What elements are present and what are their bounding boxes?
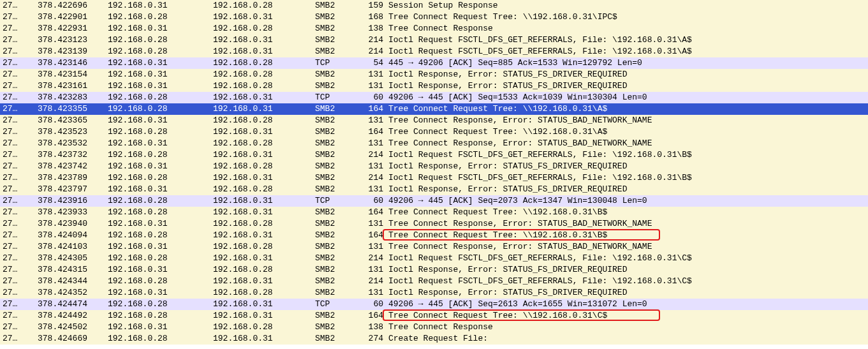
packet-row[interactable]: 27…378.424352192.168.0.31192.168.0.28SMB… xyxy=(0,287,868,299)
packet-no: 27… xyxy=(0,103,35,115)
packet-row[interactable]: 27…378.423732192.168.0.28192.168.0.31SMB… xyxy=(0,149,868,161)
packet-src: 192.168.0.28 xyxy=(105,299,210,310)
packet-proto: SMB2 xyxy=(313,23,357,34)
packet-info: Ioctl Response, Error: STATUS_FS_DRIVER_… xyxy=(386,69,868,80)
packet-row[interactable]: 27…378.422696192.168.0.31192.168.0.28SMB… xyxy=(0,0,868,11)
packet-row[interactable]: 27…378.424315192.168.0.31192.168.0.28SMB… xyxy=(0,264,868,276)
packet-no: 27… xyxy=(0,149,35,161)
packet-info: Ioctl Response, Error: STATUS_FS_DRIVER_… xyxy=(386,184,868,195)
packet-time: 378.422931 xyxy=(35,23,105,34)
packet-dst: 192.168.0.31 xyxy=(210,34,313,46)
packet-dst: 192.168.0.31 xyxy=(210,172,313,184)
packet-info: Tree Connect Response xyxy=(386,322,868,333)
packet-src: 192.168.0.28 xyxy=(105,34,210,46)
packet-time: 378.423732 xyxy=(35,149,105,161)
packet-row[interactable]: 27…378.422901192.168.0.28192.168.0.31SMB… xyxy=(0,11,868,23)
packet-info: Ioctl Request FSCTL_DFS_GET_REFERRALS, F… xyxy=(386,46,868,57)
packet-row[interactable]: 27…378.423365192.168.0.31192.168.0.28SMB… xyxy=(0,115,868,126)
packet-no: 27… xyxy=(0,0,35,11)
packet-proto: SMB2 xyxy=(313,80,357,92)
packet-info: 445 → 49206 [ACK] Seq=885 Ack=1533 Win=1… xyxy=(386,57,868,69)
packet-src: 192.168.0.28 xyxy=(105,46,210,57)
packet-no: 27… xyxy=(0,287,35,299)
packet-no: 27… xyxy=(0,322,35,333)
packet-row[interactable]: 27…378.423940192.168.0.31192.168.0.28SMB… xyxy=(0,218,868,230)
packet-info: 49206 → 445 [ACK] Seq=2613 Ack=1655 Win=… xyxy=(386,299,868,310)
packet-src: 192.168.0.31 xyxy=(105,80,210,92)
packet-no: 27… xyxy=(0,34,35,46)
packet-time: 378.423146 xyxy=(35,57,105,69)
packet-row[interactable]: 27…378.424344192.168.0.28192.168.0.31SMB… xyxy=(0,276,868,287)
packet-row[interactable]: 27…378.423161192.168.0.31192.168.0.28SMB… xyxy=(0,80,868,92)
packet-time: 378.422696 xyxy=(35,0,105,11)
packet-src: 192.168.0.31 xyxy=(105,241,210,253)
packet-row[interactable]: 27…378.424669192.168.0.28192.168.0.31SMB… xyxy=(0,333,868,345)
packet-dst: 192.168.0.31 xyxy=(210,207,313,218)
packet-len: 60 xyxy=(357,299,386,310)
packet-info: Ioctl Response, Error: STATUS_FS_DRIVER_… xyxy=(386,161,868,172)
packet-row[interactable]: 27…378.423742192.168.0.31192.168.0.28SMB… xyxy=(0,161,868,172)
packet-len: 164 xyxy=(357,310,386,322)
packet-info: 49206 → 445 [ACK] Seq=2073 Ack=1347 Win=… xyxy=(386,195,868,207)
packet-src: 192.168.0.28 xyxy=(105,11,210,23)
packet-src: 192.168.0.28 xyxy=(105,172,210,184)
packet-proto: SMB2 xyxy=(313,138,357,149)
packet-row[interactable]: 27…378.424502192.168.0.31192.168.0.28SMB… xyxy=(0,322,868,333)
packet-time: 378.424492 xyxy=(35,310,105,322)
packet-src: 192.168.0.31 xyxy=(105,287,210,299)
packet-row[interactable]: 27…378.423146192.168.0.31192.168.0.28TCP… xyxy=(0,57,868,69)
packet-row[interactable]: 27…378.423123192.168.0.28192.168.0.31SMB… xyxy=(0,34,868,46)
packet-proto: SMB2 xyxy=(313,184,357,195)
packet-row[interactable]: 27…378.423532192.168.0.31192.168.0.28SMB… xyxy=(0,138,868,149)
packet-row[interactable]: 27…378.423355192.168.0.28192.168.0.31SMB… xyxy=(0,103,868,115)
packet-info: Tree Connect Response, Error: STATUS_BAD… xyxy=(386,218,868,230)
packet-len: 214 xyxy=(357,46,386,57)
packet-proto: SMB2 xyxy=(313,333,357,345)
packet-time: 378.424315 xyxy=(35,264,105,276)
packet-dst: 192.168.0.31 xyxy=(210,253,313,264)
packet-time: 378.424344 xyxy=(35,276,105,287)
packet-row[interactable]: 27…378.424103192.168.0.31192.168.0.28SMB… xyxy=(0,241,868,253)
packet-proto: TCP xyxy=(313,92,357,103)
packet-row[interactable]: 27…378.423139192.168.0.28192.168.0.31SMB… xyxy=(0,46,868,57)
packet-len: 214 xyxy=(357,149,386,161)
packet-no: 27… xyxy=(0,207,35,218)
packet-src: 192.168.0.31 xyxy=(105,23,210,34)
packet-row[interactable]: 27…378.423789192.168.0.28192.168.0.31SMB… xyxy=(0,172,868,184)
packet-row[interactable]: 27…378.423154192.168.0.31192.168.0.28SMB… xyxy=(0,69,868,80)
packet-row[interactable]: 27…378.423283192.168.0.28192.168.0.31TCP… xyxy=(0,92,868,103)
packet-info: Tree Connect Request Tree: \\192.168.0.3… xyxy=(386,126,868,138)
packet-row[interactable]: 27…378.423523192.168.0.28192.168.0.31SMB… xyxy=(0,126,868,138)
packet-no: 27… xyxy=(0,46,35,57)
packet-time: 378.423916 xyxy=(35,195,105,207)
packet-proto: SMB2 xyxy=(313,322,357,333)
packet-row[interactable]: 27…378.423916192.168.0.28192.168.0.31TCP… xyxy=(0,195,868,207)
packet-src: 192.168.0.28 xyxy=(105,126,210,138)
packet-no: 27… xyxy=(0,218,35,230)
packet-row[interactable]: 27…378.424094192.168.0.28192.168.0.31SMB… xyxy=(0,230,868,241)
packet-no: 27… xyxy=(0,69,35,80)
packet-row[interactable]: 27…378.424492192.168.0.28192.168.0.31SMB… xyxy=(0,310,868,322)
packet-row[interactable]: 27…378.424474192.168.0.28192.168.0.31TCP… xyxy=(0,299,868,310)
packet-proto: SMB2 xyxy=(313,0,357,11)
packet-dst: 192.168.0.28 xyxy=(210,241,313,253)
packet-time: 378.423789 xyxy=(35,172,105,184)
packet-info: Ioctl Request FSCTL_DFS_GET_REFERRALS, F… xyxy=(386,149,868,161)
packet-len: 164 xyxy=(357,126,386,138)
packet-proto: TCP xyxy=(313,57,357,69)
packet-time: 378.424305 xyxy=(35,253,105,264)
packet-no: 27… xyxy=(0,80,35,92)
packet-table[interactable]: 27…378.422696192.168.0.31192.168.0.28SMB… xyxy=(0,0,868,345)
packet-len: 131 xyxy=(357,80,386,92)
packet-time: 378.424669 xyxy=(35,333,105,345)
packet-dst: 192.168.0.28 xyxy=(210,322,313,333)
packet-time: 378.423355 xyxy=(35,103,105,115)
packet-row[interactable]: 27…378.423797192.168.0.31192.168.0.28SMB… xyxy=(0,184,868,195)
packet-row[interactable]: 27…378.422931192.168.0.31192.168.0.28SMB… xyxy=(0,23,868,34)
packet-len: 214 xyxy=(357,172,386,184)
packet-time: 378.424352 xyxy=(35,287,105,299)
packet-no: 27… xyxy=(0,195,35,207)
packet-len: 54 xyxy=(357,57,386,69)
packet-row[interactable]: 27…378.423933192.168.0.28192.168.0.31SMB… xyxy=(0,207,868,218)
packet-row[interactable]: 27…378.424305192.168.0.28192.168.0.31SMB… xyxy=(0,253,868,264)
